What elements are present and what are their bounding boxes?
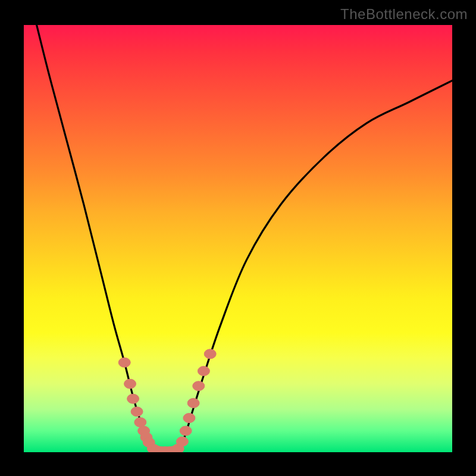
data-point xyxy=(176,437,188,446)
data-point xyxy=(118,358,130,367)
watermark-text: TheBottleneck.com xyxy=(340,6,468,23)
data-point xyxy=(183,414,195,423)
data-point xyxy=(131,407,143,416)
data-point xyxy=(198,367,209,376)
chart-stage: TheBottleneck.com xyxy=(0,0,476,476)
bottleneck-curve xyxy=(37,25,452,452)
data-point xyxy=(187,398,199,408)
data-point xyxy=(134,418,146,427)
curve-overlay xyxy=(24,25,452,452)
data-point xyxy=(204,349,216,359)
data-point-markers xyxy=(118,349,216,452)
data-point xyxy=(180,426,192,436)
data-point xyxy=(127,394,139,403)
data-point xyxy=(193,381,205,391)
data-point xyxy=(124,379,136,389)
